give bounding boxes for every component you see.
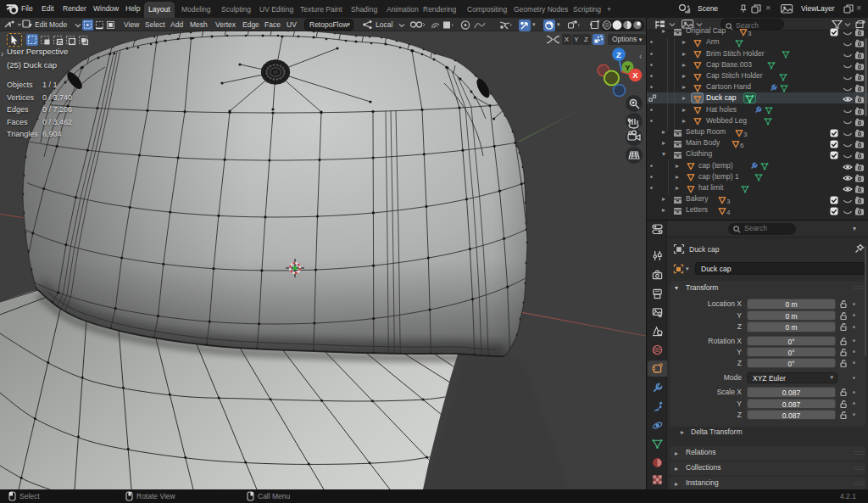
svg-text:Y: Y	[625, 63, 631, 72]
svg-text:X: X	[632, 70, 638, 80]
svg-text:Z: Z	[616, 50, 621, 59]
